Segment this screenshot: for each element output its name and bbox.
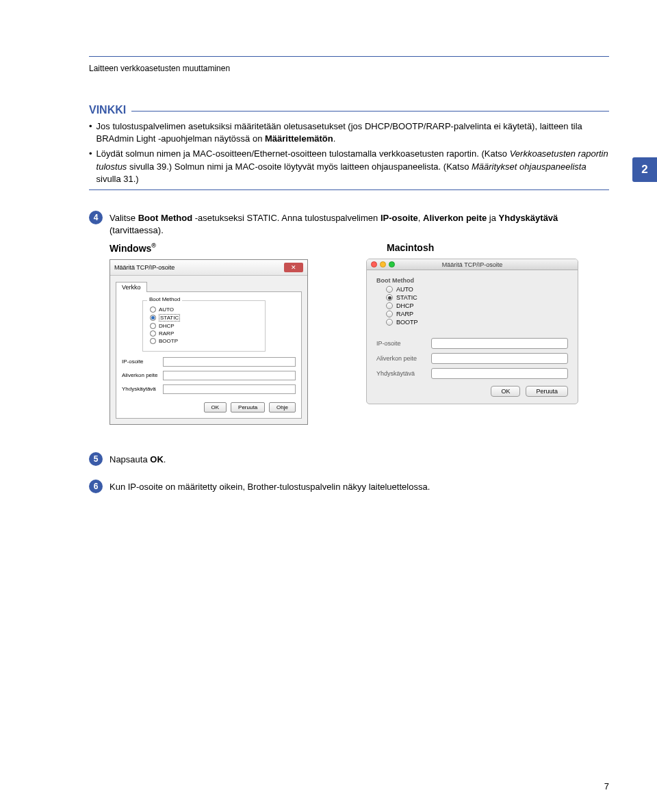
step4-h: Yhdyskäytävä — [499, 213, 558, 223]
step4-i: (tarvittaessa). — [110, 225, 164, 235]
help-button[interactable]: Ohje — [269, 402, 296, 412]
windows-tab-network[interactable]: Verkko — [116, 282, 147, 292]
tip-rule-top — [131, 111, 609, 112]
boot-method-group: Boot Method AUTO STATIC DHCP RARP BOOTP — [142, 300, 266, 352]
mac-radio-dhcp[interactable]: DHCP — [386, 302, 568, 309]
mac-subnet-label: Aliverkon peite — [376, 355, 431, 362]
mac-ip-input[interactable] — [431, 338, 568, 349]
close-icon[interactable] — [371, 261, 377, 267]
mac-gateway-input[interactable] — [431, 368, 568, 379]
step4-g: ja — [487, 213, 498, 223]
step4-b: Boot Method — [138, 213, 192, 223]
minimize-icon[interactable] — [380, 261, 386, 267]
mac-cancel-button[interactable]: Peruuta — [526, 386, 568, 397]
gateway-label: Yhdyskäytävä — [122, 386, 163, 392]
step5-a: Napsauta — [110, 454, 150, 464]
step5-b: OK — [150, 454, 164, 464]
gateway-input[interactable] — [163, 384, 296, 394]
tip2d: Määritykset ohjauspaneelista — [472, 161, 587, 172]
ip-input[interactable] — [163, 357, 296, 367]
tip2a: Löydät solmun nimen ja MAC-osoitteen/Eth… — [96, 148, 510, 159]
tip1-end: . — [333, 133, 336, 144]
radio-rarp[interactable]: RARP — [150, 330, 258, 337]
step-4-badge: 4 — [89, 211, 103, 224]
step4-f: Aliverkon peite — [423, 213, 487, 223]
subnet-label: Aliverkon peite — [122, 372, 163, 378]
radio-static[interactable]: STATIC — [150, 314, 258, 322]
close-icon[interactable]: ✕ — [284, 263, 303, 272]
bullet-dot: • — [89, 120, 92, 145]
ip-label: IP-osoite — [122, 358, 163, 365]
windows-title-text: Määritä TCP/IP-osoite — [114, 264, 175, 271]
subnet-input[interactable] — [163, 371, 296, 380]
step4-e: , — [418, 213, 423, 223]
bullet-dot: • — [89, 148, 92, 185]
radio-bootp[interactable]: BOOTP — [150, 338, 258, 344]
section-header: Laitteen verkkoasetusten muuttaminen — [89, 64, 609, 73]
step-6-badge: 6 — [89, 480, 103, 493]
windows-dialog: Määritä TCP/IP-osoite ✕ Verkko Boot Meth… — [110, 259, 308, 425]
mac-radio-rarp[interactable]: RARP — [386, 311, 568, 317]
radio-dhcp[interactable]: DHCP — [150, 323, 258, 329]
boot-method-label: Boot Method — [147, 296, 182, 302]
step-5-badge: 5 — [89, 452, 103, 466]
tip2c: sivulla 39.) Solmun nimi ja MAC-osoite l… — [127, 161, 472, 172]
mac-ok-button[interactable]: OK — [491, 386, 520, 397]
ok-button[interactable]: OK — [204, 402, 227, 412]
mac-boot-method-label: Boot Method — [376, 277, 568, 284]
tip2e: sivulla 31.) — [96, 174, 139, 184]
step5-c: . — [164, 454, 166, 464]
windows-titlebar: Määritä TCP/IP-osoite ✕ — [110, 260, 307, 276]
cancel-button[interactable]: Peruuta — [231, 402, 265, 412]
mac-gateway-label: Yhdyskäytävä — [376, 370, 431, 377]
header-rule — [89, 56, 609, 57]
step4-d: IP-osoite — [381, 213, 418, 223]
mac-title-text: Määritä TCP/IP-osoite — [442, 261, 502, 268]
tip-bullet-1: • Jos tulostuspalvelimen asetuksiksi mää… — [89, 120, 609, 145]
step4-a: Valitse — [110, 213, 138, 223]
step-5: 5 Napsauta OK. — [89, 452, 609, 466]
tip-bullet-2: • Löydät solmun nimen ja MAC-osoitteen/E… — [89, 148, 609, 185]
tip1-text: Jos tulostuspalvelimen asetuksiksi määri… — [96, 121, 582, 144]
radio-auto[interactable]: AUTO — [150, 306, 258, 313]
mac-radio-bootp[interactable]: BOOTP — [386, 319, 568, 326]
mac-radio-static[interactable]: STATIC — [386, 294, 568, 301]
zoom-icon[interactable] — [389, 261, 395, 267]
mac-ip-label: IP-osoite — [376, 340, 431, 347]
mac-dialog: Määritä TCP/IP-osoite Boot Method AUTO S… — [366, 259, 578, 404]
step6-text: Kun IP-osoite on määritetty oikein, Brot… — [110, 480, 609, 493]
page-number: 7 — [604, 781, 609, 791]
mac-titlebar: Määritä TCP/IP-osoite — [367, 259, 578, 270]
step4-c: -asetukseksi STATIC. Anna tulostuspalvel… — [192, 213, 381, 223]
mac-label: Macintosh — [387, 242, 609, 253]
step-6: 6 Kun IP-osoite on määritetty oikein, Br… — [89, 480, 609, 493]
tip-rule-bottom — [89, 189, 609, 190]
windows-column: Windows® Määritä TCP/IP-osoite ✕ Verkko … — [89, 242, 332, 425]
tip-block: VINKKI • Jos tulostuspalvelimen asetuksi… — [89, 104, 609, 190]
windows-label: Windows® — [110, 242, 332, 254]
step-4: 4 Valitse Boot Method -asetukseksi STATI… — [89, 211, 609, 237]
tip-title: VINKKI — [89, 104, 131, 116]
mac-radio-auto[interactable]: AUTO — [386, 286, 568, 293]
mac-column: Macintosh Määritä TCP/IP-osoite Boot Met… — [366, 242, 609, 425]
tip1-bold: Määrittelemätön — [265, 133, 333, 144]
mac-subnet-input[interactable] — [431, 353, 568, 364]
